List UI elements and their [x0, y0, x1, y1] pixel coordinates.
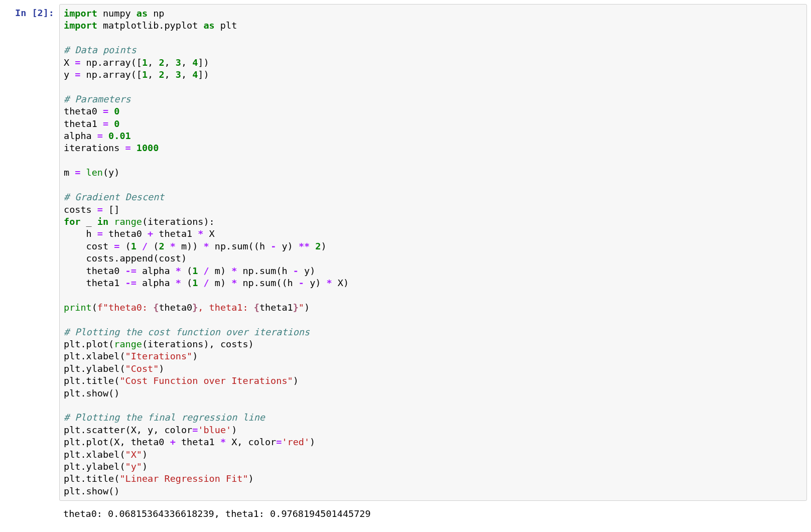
code-token: numpy [103, 8, 137, 19]
code-token: plt.plot(X, theta0 [64, 437, 170, 447]
code-token: y) [299, 265, 315, 276]
code-token: = [97, 228, 103, 239]
code-token: ) [231, 425, 237, 435]
code-token: * [198, 228, 203, 239]
code-token: "Cost Function over Iterations" [119, 375, 293, 386]
code-token: 3 [176, 69, 181, 80]
code-token: * [327, 278, 332, 288]
code-token [80, 167, 86, 178]
code-token: f"theta0: [97, 302, 153, 313]
stdout-output: theta0: 0.06815364336618239, theta1: 0.9… [59, 508, 807, 520]
code-comment: # Plotting the cost function over iterat… [64, 327, 310, 337]
code-token: , [165, 69, 176, 80]
code-token: 3 [176, 57, 181, 68]
code-token: = [75, 57, 80, 68]
code-input[interactable]: import numpy as np import matplotlib.pyp… [59, 4, 807, 501]
code-token [131, 143, 137, 153]
code-token: , [148, 69, 159, 80]
code-comment: # Parameters [64, 94, 131, 104]
code-token: theta1 [176, 437, 220, 447]
code-token [108, 118, 114, 129]
code-token: theta0 [159, 302, 192, 313]
code-token: { [153, 302, 159, 313]
code-token: , theta1: [198, 302, 253, 313]
code-token: y) [276, 241, 299, 251]
code-token: m)) [176, 241, 204, 251]
code-token: ( [148, 241, 159, 251]
code-token: = [103, 118, 108, 129]
code-token: theta1 [86, 278, 125, 288]
code-comment: # Plotting the final regression line [64, 412, 265, 423]
code-token [198, 278, 203, 288]
code-token [103, 130, 108, 141]
code-token: 4 [192, 69, 198, 80]
code-token: * [231, 265, 237, 276]
code-token: plt [215, 20, 237, 31]
code-token: , [165, 57, 176, 68]
code-token: 'blue' [198, 425, 231, 435]
code-token: 2 [159, 69, 164, 80]
code-token: import [64, 8, 97, 19]
code-token: plt.ylabel( [64, 461, 125, 472]
code-token: plt.title( [64, 473, 119, 484]
code-token: ( [119, 241, 130, 251]
code-token: range [114, 339, 142, 349]
code-token: len [86, 167, 103, 178]
code-token: X [203, 228, 214, 239]
code-token: 1 [192, 265, 198, 276]
code-token: cost [86, 241, 114, 251]
code-token: } [192, 302, 198, 313]
code-token: theta1 [64, 118, 103, 129]
code-token: 1 [142, 69, 148, 80]
code-token: 1 [131, 241, 137, 251]
code-token [165, 241, 170, 251]
code-token: 2 [159, 57, 164, 68]
code-token: * [170, 241, 176, 251]
code-comment: # Gradient Descent [64, 192, 164, 202]
code-token: ** [299, 241, 310, 251]
code-token: print [64, 302, 92, 313]
code-token: ) [321, 241, 326, 251]
code-token [64, 265, 86, 276]
code-token: " [299, 302, 304, 313]
code-token: matplotlib.pyplot [97, 20, 204, 31]
code-token: plt.show() [64, 388, 119, 398]
code-cell: In [2]: import numpy as np import matplo… [4, 4, 807, 501]
code-token: [] [103, 204, 119, 215]
code-token: 1000 [137, 143, 159, 153]
code-token: = [75, 69, 80, 80]
code-token: np.array([ [80, 57, 142, 68]
code-token: y) [304, 278, 327, 288]
code-token: alpha [64, 130, 97, 141]
code-token: np [148, 8, 164, 19]
code-token: ( [181, 278, 192, 288]
code-token: * [220, 437, 226, 447]
code-token: "Cost" [125, 363, 159, 374]
code-token: + [148, 228, 153, 239]
code-token: 1 [192, 278, 198, 288]
code-token: y [64, 69, 75, 80]
code-token: = [192, 425, 198, 435]
code-token: plt.show() [64, 486, 119, 496]
code-token: import [64, 20, 97, 31]
code-token [64, 278, 86, 288]
code-token: costs [64, 204, 97, 215]
code-token: ) [142, 461, 148, 472]
code-token: theta0 [86, 265, 125, 276]
code-token: np.sum((h [237, 278, 299, 288]
code-token: plt.xlabel( [64, 351, 125, 361]
code-token: ) [192, 351, 198, 361]
code-token [64, 228, 86, 239]
code-comment: # Data points [64, 45, 137, 55]
code-token: range [114, 216, 142, 227]
code-token: "y" [125, 461, 142, 472]
code-token: * [231, 278, 237, 288]
code-token: theta0 [103, 228, 148, 239]
code-token: m) [209, 278, 232, 288]
input-prompt: In [2]: [4, 4, 59, 22]
code-token: - [271, 241, 276, 251]
code-token: "Iterations" [125, 351, 193, 361]
code-token: plt.ylabel( [64, 363, 125, 374]
code-token: plt.xlabel( [64, 449, 125, 460]
code-token: * [176, 265, 181, 276]
